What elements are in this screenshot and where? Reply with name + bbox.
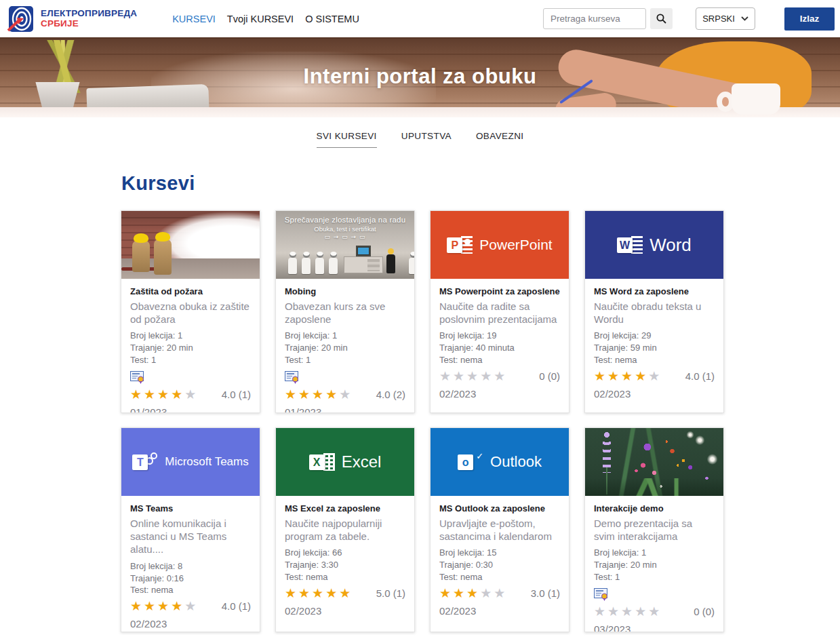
course-date: 02/2023 bbox=[285, 605, 405, 617]
rating-row: ★★★★★ 4.0 (1) bbox=[594, 370, 715, 383]
language-select[interactable]: SRPSKI bbox=[696, 7, 755, 30]
course-duration: Trajanje: 20 min bbox=[594, 559, 715, 571]
course-title: Interakcije demo bbox=[594, 503, 715, 514]
page: ЕЛЕКТРОПРИВРЕДА СРБИЈЕ KURSEVI Tvoji KUR… bbox=[0, 0, 840, 639]
rating-row: ★★★★★ 4.0 (1) bbox=[130, 600, 251, 613]
chevron-down-icon bbox=[741, 16, 748, 21]
tab-obavezni[interactable]: OBAVEZNI bbox=[476, 131, 523, 148]
course-card-zastita-od-pozara[interactable]: Zaštita od požara Obavezna obuka iz zašt… bbox=[121, 210, 260, 413]
rating-row: ★★★★★ 4.0 (1) bbox=[130, 388, 251, 401]
rating-value: 4.0 (2) bbox=[376, 389, 405, 400]
stormtrooper-figure bbox=[315, 258, 324, 274]
card-body: Interakcije demo Demo prezentacija sa sv… bbox=[585, 496, 723, 632]
course-description: Naučite da radite sa poslovnim prezentac… bbox=[439, 300, 560, 326]
course-test: Test: nema bbox=[439, 354, 560, 366]
nav-item-tvoji-kursevi[interactable]: Tvoji KURSEVI bbox=[227, 14, 294, 24]
powerpoint-icon: P bbox=[447, 234, 473, 256]
course-date: 02/2023 bbox=[130, 618, 251, 630]
course-title: Zaštita od požara bbox=[130, 286, 251, 296]
rating-value: 0 (0) bbox=[694, 606, 715, 617]
course-card-excel[interactable]: X Excel MS Excel za zaposlene Naučite na… bbox=[275, 427, 415, 632]
nav-item-kursevi[interactable]: KURSEVI bbox=[172, 14, 216, 24]
tab-svi-kursevi[interactable]: SVI KURSEVI bbox=[317, 131, 377, 148]
course-test: Test: 1 bbox=[285, 354, 405, 366]
course-card-outlook[interactable]: ✓o Outlook MS Outlook za zaposlene Uprav… bbox=[430, 427, 569, 632]
course-duration: Trajanje: 20 min bbox=[130, 342, 251, 354]
firefighter-figure bbox=[132, 241, 150, 272]
star-rating: ★★★★★ bbox=[439, 370, 507, 383]
certificate-icon bbox=[130, 371, 251, 385]
card-body: Mobing Obavezan kurs za sve zaposlene Br… bbox=[276, 279, 414, 413]
mobing-banner-text: Sprečavanje zlostavljanja na radu Obuka,… bbox=[285, 216, 406, 240]
course-card-powerpoint[interactable]: P PowerPoint MS Powerpoint za zaposlene … bbox=[430, 210, 569, 413]
word-icon: W bbox=[617, 234, 643, 256]
course-duration: Trajanje: 0:30 bbox=[439, 559, 560, 571]
search-input[interactable] bbox=[543, 8, 646, 29]
search-button[interactable] bbox=[650, 8, 673, 29]
rating-value: 5.0 (1) bbox=[376, 587, 405, 599]
tile-label: Word bbox=[649, 235, 692, 256]
star-rating: ★★★★★ bbox=[130, 388, 198, 401]
hero-banner: Interni portal za obuku bbox=[0, 37, 840, 117]
main-nav: KURSEVI Tvoji KURSEVI O SISTEMU bbox=[172, 14, 359, 24]
course-image-firefighters bbox=[121, 211, 260, 279]
excel-icon: X bbox=[309, 451, 335, 473]
flower-lupine bbox=[603, 431, 611, 473]
course-grid: Zaštita od požara Obavezna obuka iz zašt… bbox=[121, 210, 724, 632]
company-logo[interactable]: ЕЛЕКТРОПРИВРЕДА СРБИЈЕ bbox=[7, 5, 137, 33]
course-image-mobing: Sprečavanje zlostavljanja na radu Obuka,… bbox=[276, 211, 414, 279]
stormtrooper-figure bbox=[288, 258, 297, 274]
course-card-word[interactable]: W Word MS Word za zaposlene Naučite obra… bbox=[584, 210, 724, 413]
course-duration: Trajanje: 20 min bbox=[285, 342, 405, 354]
stormtrooper-figure bbox=[409, 258, 414, 274]
course-test: Test: 1 bbox=[594, 571, 715, 583]
mobing-banner-title: Sprečavanje zlostavljanja na radu bbox=[285, 216, 406, 224]
tile-label: Excel bbox=[342, 452, 382, 471]
course-date: 03/2023 bbox=[594, 623, 715, 632]
nav-item-o-sistemu[interactable]: O SISTEMU bbox=[305, 14, 359, 24]
card-body: MS Word za zaposlene Naučite obradu teks… bbox=[585, 279, 723, 412]
course-tabs: SVI KURSEVI UPUTSTVA OBAVEZNI bbox=[0, 117, 840, 148]
mobing-monitor bbox=[356, 246, 371, 256]
header-right: SRPSKI Izlaz bbox=[543, 7, 835, 31]
top-navbar: ЕЛЕКТРОПРИВРЕДА СРБИЈЕ KURSEVI Tvoji KUR… bbox=[0, 0, 840, 37]
rating-row: ★★★★★ 0 (0) bbox=[439, 370, 560, 383]
course-test: Test: 1 bbox=[130, 354, 251, 366]
hero-title: Interni portal za obuku bbox=[0, 64, 840, 89]
card-body: Zaštita od požara Obavezna obuka iz zašt… bbox=[121, 279, 260, 413]
mobing-banner-subtitle: Obuka, test i sertifikat bbox=[285, 225, 406, 233]
star-rating: ★★★★★ bbox=[285, 388, 353, 401]
outlook-icon: ✓o bbox=[458, 451, 483, 473]
course-image-excel: X Excel bbox=[276, 428, 414, 496]
stormtrooper-figure bbox=[329, 258, 338, 274]
language-value: SRPSKI bbox=[702, 14, 735, 24]
star-rating: ★★★★★ bbox=[285, 587, 353, 600]
course-title: MS Word za zaposlene bbox=[594, 286, 715, 296]
firefighter-figure bbox=[154, 239, 172, 275]
course-card-teams[interactable]: T Microsoft Teams MS Teams Online komuni… bbox=[121, 427, 260, 632]
course-duration: Trajanje: 0:16 bbox=[130, 573, 251, 585]
logout-button[interactable]: Izlaz bbox=[784, 7, 835, 31]
course-card-interakcije-demo[interactable]: Interakcije demo Demo prezentacija sa sv… bbox=[584, 427, 724, 632]
course-lessons: Broj lekcija: 66 bbox=[285, 547, 405, 559]
course-date: 02/2023 bbox=[439, 388, 560, 400]
course-date: 02/2023 bbox=[439, 605, 560, 617]
tab-uputstva[interactable]: UPUTSTVA bbox=[401, 131, 452, 148]
course-title: Mobing bbox=[285, 286, 405, 296]
course-lessons: Broj lekcija: 1 bbox=[130, 330, 251, 342]
course-card-mobing[interactable]: Sprečavanje zlostavljanja na radu Obuka,… bbox=[275, 210, 415, 413]
company-name: ЕЛЕКТРОПРИВРЕДА СРБИЈЕ bbox=[41, 9, 137, 28]
hero-desk bbox=[0, 107, 840, 117]
course-test: Test: nema bbox=[439, 571, 560, 583]
course-duration: Trajanje: 59 min bbox=[594, 342, 715, 354]
course-image-flowers bbox=[585, 428, 723, 496]
search-icon bbox=[656, 14, 666, 24]
star-rating: ★★★★★ bbox=[130, 600, 198, 613]
star-rating: ★★★★★ bbox=[594, 370, 662, 383]
teams-icon: T bbox=[132, 451, 158, 473]
rating-row: ★★★★★ 3.0 (1) bbox=[439, 587, 560, 600]
course-lessons: Broj lekcija: 1 bbox=[594, 547, 715, 559]
course-duration: Trajanje: 40 minuta bbox=[439, 342, 560, 354]
course-title: MS Teams bbox=[130, 503, 251, 514]
rating-value: 3.0 (1) bbox=[531, 587, 560, 599]
